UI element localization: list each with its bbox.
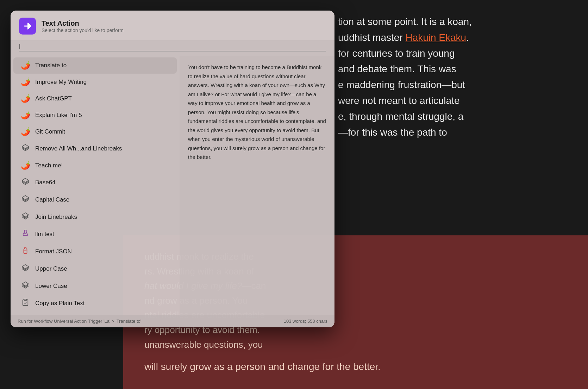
improve-writing-icon: 🌶️ <box>20 78 30 87</box>
action-item-capital-case[interactable]: Capital Case <box>13 191 177 208</box>
lower-case-label: Lower Case <box>35 283 67 290</box>
ask-chatgpt-label: Ask ChatGPT <box>35 95 72 102</box>
base64-icon <box>20 178 30 187</box>
join-linebreaks-label: Join Linebreaks <box>35 214 77 221</box>
lower-case-icon <box>20 281 30 291</box>
remove-whitespace-label: Remove All Wh...and Linebreaks <box>35 145 122 152</box>
action-item-base64[interactable]: Base64 <box>13 174 177 191</box>
teach-me-label: Teach me! <box>35 162 63 169</box>
action-item-git-commit[interactable]: 🌶️Git Commit <box>13 124 177 140</box>
app-title: Text Action <box>42 19 124 27</box>
header-text: Text Action Select the action you'd like… <box>42 19 124 33</box>
copy-plain-text-label: Copy as Plain Text <box>35 300 85 307</box>
format-json-icon <box>20 247 30 257</box>
teach-me-icon: 🌶️ <box>20 161 30 170</box>
action-item-copy-plain-text[interactable]: Copy as Plain Text <box>13 295 177 312</box>
upper-case-label: Upper Case <box>35 265 67 272</box>
action-item-teach-me[interactable]: 🌶️Teach me! <box>13 158 177 174</box>
action-item-format-json[interactable]: Format JSON <box>13 243 177 260</box>
translate-to-icon: 🌶️ <box>20 61 30 70</box>
capital-case-icon <box>20 195 30 205</box>
action-item-join-linebreaks[interactable]: Join Linebreaks <box>13 209 177 226</box>
footer-wordcount: 103 words; 558 chars <box>284 319 327 324</box>
join-linebreaks-icon <box>20 212 30 222</box>
action-item-lower-case[interactable]: Lower Case <box>13 278 177 295</box>
git-commit-label: Git Commit <box>35 128 65 135</box>
popup-footer: Run for Workflow Universal Action Trigge… <box>11 315 334 327</box>
action-item-improve-writing[interactable]: 🌶️Improve My Writing <box>13 74 177 90</box>
action-item-ask-chatgpt[interactable]: 🌶️Ask ChatGPT <box>13 91 177 107</box>
preview-text: You don't have to be training to become … <box>188 63 326 162</box>
svg-rect-9 <box>24 299 26 301</box>
translate-to-label: Translate to <box>35 62 67 69</box>
action-item-upper-case[interactable]: Upper Case <box>13 260 177 277</box>
text-action-popup: Text Action Select the action you'd like… <box>11 11 334 327</box>
app-subtitle: Select the action you'd like to perform <box>42 27 124 33</box>
popup-body: 🌶️Translate to🌶️Improve My Writing🌶️Ask … <box>11 56 334 315</box>
base64-label: Base64 <box>35 179 56 186</box>
git-commit-icon: 🌶️ <box>20 127 30 136</box>
improve-writing-label: Improve My Writing <box>35 79 87 86</box>
llm-test-icon <box>20 229 30 239</box>
llm-test-label: llm test <box>35 231 54 238</box>
preview-panel: You don't have to be training to become … <box>180 56 334 315</box>
capital-case-label: Capital Case <box>35 196 69 203</box>
popup-header: Text Action Select the action you'd like… <box>11 11 334 40</box>
explain-like-5-icon: 🌶️ <box>20 111 30 120</box>
format-json-label: Format JSON <box>35 248 72 255</box>
search-bar[interactable] <box>11 40 334 56</box>
background-text-light: tion at some point. It is a koan, uddhis… <box>338 14 567 140</box>
app-icon <box>19 18 36 35</box>
arrow-right-icon <box>23 21 32 31</box>
copy-plain-text-icon <box>20 298 30 308</box>
explain-like-5-label: Explain Like I'm 5 <box>35 112 82 119</box>
action-item-remove-whitespace[interactable]: Remove All Wh...and Linebreaks <box>13 140 177 157</box>
action-list: 🌶️Translate to🌶️Improve My Writing🌶️Ask … <box>11 56 180 315</box>
action-item-llm-test[interactable]: llm test <box>13 226 177 243</box>
action-item-explain-like-5[interactable]: 🌶️Explain Like I'm 5 <box>13 107 177 123</box>
svg-rect-4 <box>24 230 26 233</box>
remove-whitespace-icon <box>20 144 30 154</box>
search-input[interactable] <box>19 42 326 51</box>
ask-chatgpt-icon: 🌶️ <box>20 94 30 103</box>
upper-case-icon <box>20 264 30 274</box>
footer-hint: Run for Workflow Universal Action Trigge… <box>18 319 141 324</box>
action-item-translate-to[interactable]: 🌶️Translate to <box>13 57 177 74</box>
